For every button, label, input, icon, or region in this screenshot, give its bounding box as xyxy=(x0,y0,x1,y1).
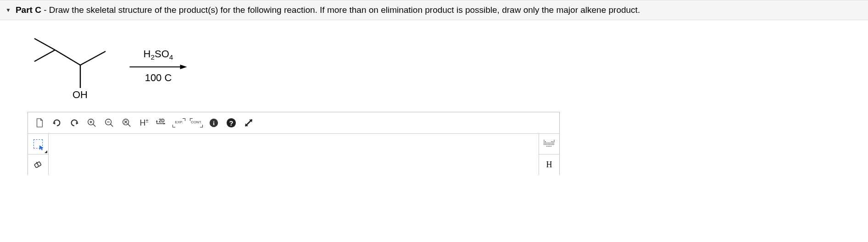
svg-rect-37 xyxy=(545,141,546,142)
zoom-out-button[interactable] xyxy=(101,115,117,131)
help-icon: ? xyxy=(226,118,236,128)
svg-rect-38 xyxy=(551,141,552,142)
svg-rect-39 xyxy=(552,141,553,142)
fullscreen-icon xyxy=(244,118,254,128)
svg-text:OH: OH xyxy=(72,89,88,100)
svg-rect-56 xyxy=(553,144,554,145)
svg-marker-31 xyxy=(39,145,44,150)
zoom-in-button[interactable] xyxy=(84,115,100,131)
hydrogen-label: H xyxy=(546,160,552,170)
2d-icon: 2D xyxy=(156,118,167,127)
svg-rect-46 xyxy=(551,143,551,143)
svg-rect-60 xyxy=(551,146,551,147)
svg-rect-59 xyxy=(549,146,550,147)
collapse-toggle-icon[interactable]: ▼ xyxy=(6,7,11,13)
redo-icon xyxy=(69,118,79,128)
svg-rect-48 xyxy=(553,143,554,143)
svg-line-15 xyxy=(111,124,113,127)
2d-clean-button[interactable]: 2D xyxy=(154,115,169,131)
redo-button[interactable] xyxy=(67,115,82,131)
svg-rect-34 xyxy=(544,140,545,141)
fullscreen-button[interactable] xyxy=(241,115,256,131)
instruction-text: Draw the skeletal structure of the produ… xyxy=(49,5,640,15)
info-icon: i xyxy=(209,118,219,128)
svg-line-1 xyxy=(34,50,55,61)
undo-button[interactable] xyxy=(49,115,65,131)
svg-rect-53 xyxy=(549,144,550,145)
svg-text:i: i xyxy=(213,120,215,126)
structure-editor: H± 2D EXP. CONT. xyxy=(28,112,560,175)
undo-icon xyxy=(52,118,62,128)
expand-icon: EXP. xyxy=(172,118,185,127)
reactant-structure: OH xyxy=(18,29,110,103)
eraser-button[interactable] xyxy=(28,154,48,175)
reaction-arrow-icon xyxy=(124,65,193,69)
hydrogen-element-button[interactable]: H xyxy=(539,154,559,175)
svg-rect-43 xyxy=(546,143,547,143)
marquee-icon xyxy=(33,139,43,148)
new-document-button[interactable] xyxy=(32,115,47,131)
svg-line-11 xyxy=(93,124,96,127)
h-plus-minus-label: H± xyxy=(139,118,148,128)
svg-rect-55 xyxy=(552,144,553,145)
svg-text:?: ? xyxy=(229,120,234,127)
svg-marker-23 xyxy=(156,120,158,122)
reagent-temperature: 100 C xyxy=(145,72,172,84)
hydrogen-toggle-button[interactable]: H± xyxy=(136,115,152,131)
svg-line-0 xyxy=(34,38,55,50)
zoom-out-icon xyxy=(104,118,114,128)
svg-rect-41 xyxy=(544,143,545,143)
svg-rect-54 xyxy=(551,144,551,145)
delete-x-icon xyxy=(122,118,132,128)
contract-button[interactable]: CONT. xyxy=(189,115,204,131)
svg-rect-35 xyxy=(554,140,555,141)
zoom-in-icon xyxy=(87,118,97,128)
document-icon xyxy=(34,118,45,128)
svg-marker-24 xyxy=(164,123,166,125)
periodic-table-button[interactable] xyxy=(539,134,559,154)
editor-toolbar-top: H± 2D EXP. CONT. xyxy=(28,112,559,134)
contract-icon: CONT. xyxy=(190,118,203,127)
svg-marker-7 xyxy=(180,65,187,69)
help-button[interactable]: ? xyxy=(223,115,239,131)
editor-toolbar-left xyxy=(28,134,49,175)
part-label: Part C xyxy=(16,5,41,15)
expand-button[interactable]: EXP. xyxy=(171,115,187,131)
drawing-canvas[interactable] xyxy=(49,134,539,175)
editor-toolbar-right: H xyxy=(539,134,559,175)
svg-rect-57 xyxy=(546,146,547,147)
svg-rect-51 xyxy=(546,144,547,145)
svg-rect-58 xyxy=(548,146,549,147)
reaction-diagram: OH H2SO4 100 C xyxy=(0,20,868,107)
svg-line-20 xyxy=(128,124,131,127)
svg-line-3 xyxy=(80,51,106,65)
marquee-select-button[interactable] xyxy=(28,134,48,154)
svg-rect-44 xyxy=(548,143,549,143)
reagent-formula: H2SO4 xyxy=(144,48,173,61)
svg-rect-49 xyxy=(544,144,545,145)
info-button[interactable]: i xyxy=(206,115,222,131)
svg-rect-36 xyxy=(544,141,545,142)
svg-rect-50 xyxy=(545,144,546,145)
eraser-icon xyxy=(33,160,43,170)
svg-rect-52 xyxy=(548,144,549,145)
svg-rect-45 xyxy=(549,143,550,143)
part-header: ▼ Part C - Draw the skeletal structure o… xyxy=(0,0,868,20)
svg-rect-40 xyxy=(554,141,555,142)
svg-rect-42 xyxy=(545,143,546,143)
delete-button[interactable] xyxy=(119,115,134,131)
periodic-table-icon xyxy=(544,140,555,148)
part-separator: - xyxy=(41,5,49,15)
reaction-conditions: H2SO4 100 C xyxy=(124,48,193,83)
svg-rect-47 xyxy=(552,143,553,143)
svg-line-2 xyxy=(55,50,80,65)
